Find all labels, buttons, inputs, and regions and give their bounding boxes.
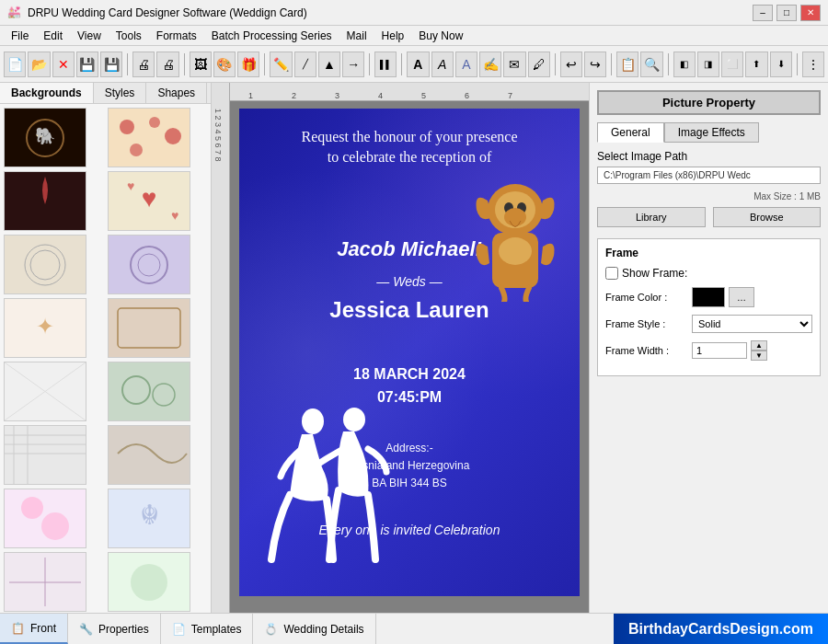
redo-button[interactable]: ↪: [584, 52, 606, 77]
menu-help[interactable]: Help: [374, 28, 412, 44]
thumbnail-grid: 🐘 ♥♥♥: [4, 108, 207, 612]
shape-button[interactable]: ▲: [318, 52, 340, 77]
copy-button[interactable]: 📋: [616, 52, 638, 77]
align-c[interactable]: ⬜: [721, 52, 743, 77]
ruler-vertical: 1 2 3 4 5 6 7 8: [212, 83, 230, 613]
menu-tools[interactable]: Tools: [109, 28, 149, 44]
save-button[interactable]: 💾: [76, 52, 98, 77]
open-button[interactable]: 📂: [28, 52, 50, 77]
align-l[interactable]: ◧: [673, 52, 696, 77]
menu-formats[interactable]: Formats: [149, 28, 204, 44]
menu-bar: File Edit View Tools Formats Batch Proce…: [0, 26, 828, 46]
tab-image-effects[interactable]: Image Effects: [664, 122, 759, 143]
list-item[interactable]: [4, 362, 86, 421]
status-front[interactable]: 📋 Front: [0, 614, 68, 644]
undo-button[interactable]: ↩: [560, 52, 582, 77]
tab-shapes[interactable]: Shapes: [146, 83, 207, 103]
more-button[interactable]: ⋮: [802, 52, 824, 77]
tab-general[interactable]: General: [597, 122, 664, 143]
frame-width-down[interactable]: ▼: [751, 351, 767, 361]
frame-color-swatch[interactable]: [692, 287, 725, 307]
tab-styles[interactable]: Styles: [94, 83, 147, 103]
arrow-button[interactable]: →: [342, 52, 364, 77]
image-path-input[interactable]: [597, 167, 821, 184]
list-item[interactable]: [4, 489, 86, 548]
list-item[interactable]: [4, 552, 86, 612]
align-r[interactable]: ◨: [697, 52, 719, 77]
list-item[interactable]: 🐘: [4, 108, 86, 167]
svg-rect-16: [109, 236, 190, 293]
svg-point-37: [21, 497, 43, 519]
signature-button[interactable]: ✍: [479, 52, 501, 77]
list-item[interactable]: ☬: [108, 489, 190, 548]
list-item[interactable]: ✦: [4, 298, 86, 358]
pen-button[interactable]: 🖊: [528, 52, 550, 77]
text-button[interactable]: A: [407, 52, 429, 77]
list-item[interactable]: [108, 108, 190, 167]
svg-point-52: [499, 237, 532, 265]
list-item[interactable]: [108, 362, 190, 421]
frame-width-input[interactable]: [692, 342, 747, 359]
toolbar-sep-1: [127, 53, 128, 75]
zoom-button[interactable]: 🔍: [640, 52, 662, 77]
line-button[interactable]: ╱: [294, 52, 316, 77]
list-item[interactable]: [4, 235, 86, 294]
gift-button[interactable]: 🎁: [237, 52, 259, 77]
email-button[interactable]: ✉: [503, 52, 525, 77]
text2-button[interactable]: A: [431, 52, 454, 77]
status-wedding-details[interactable]: 💍 Wedding Details: [253, 614, 375, 644]
image-path-row: [597, 167, 821, 184]
toolbar: 📄 📂 ✕ 💾 💾 🖨 🖨 🖼 🎨 🎁 ✏️ ╱ ▲ → ▌▌ A A A ✍ …: [0, 46, 828, 83]
browse-button[interactable]: Browse: [713, 207, 822, 227]
toolbar-sep-9: [797, 53, 798, 75]
svg-point-6: [165, 128, 181, 144]
save-as-button[interactable]: 💾: [100, 52, 122, 77]
align-b[interactable]: ⬇: [770, 52, 792, 77]
print2-button[interactable]: 🖨: [156, 52, 178, 77]
frame-width-up[interactable]: ▲: [751, 340, 767, 351]
status-templates[interactable]: 📄 Templates: [161, 614, 254, 644]
menu-mail[interactable]: Mail: [339, 28, 374, 44]
align-t[interactable]: ⬆: [745, 52, 767, 77]
list-item[interactable]: [108, 298, 190, 358]
list-item[interactable]: [108, 235, 190, 294]
menu-buynow[interactable]: Buy Now: [411, 28, 470, 44]
list-item[interactable]: [108, 425, 190, 485]
menu-view[interactable]: View: [70, 28, 109, 44]
menu-edit[interactable]: Edit: [36, 28, 70, 44]
list-item[interactable]: [4, 425, 86, 485]
svg-text:♥: ♥: [171, 208, 178, 223]
library-button[interactable]: Library: [597, 207, 706, 227]
frame-width-spinner: ▲ ▼: [751, 340, 767, 361]
list-item[interactable]: [108, 552, 190, 612]
close-button[interactable]: ✕: [800, 5, 821, 21]
svg-rect-29: [5, 426, 86, 484]
clipart-button[interactable]: 🎨: [213, 52, 236, 77]
frame-style-label: Frame Style :: [605, 318, 688, 329]
image-button[interactable]: 🖼: [190, 52, 212, 77]
pencil-button[interactable]: ✏️: [270, 52, 292, 77]
main-layout: Backgrounds Styles Shapes 🐘 ♥♥♥: [0, 83, 828, 613]
barcode-button[interactable]: ▌▌: [374, 52, 397, 77]
tab-backgrounds[interactable]: Backgrounds: [0, 83, 94, 103]
property-title: Picture Property: [597, 90, 821, 115]
list-item[interactable]: ♥♥♥: [108, 171, 190, 231]
minimize-button[interactable]: –: [753, 5, 773, 21]
list-item[interactable]: [4, 171, 86, 231]
menu-batch[interactable]: Batch Processing Series: [204, 28, 339, 44]
branding: BirthdayCardsDesign.com: [614, 614, 828, 644]
card-canvas[interactable]: Request the honour of your presence to c…: [239, 109, 580, 596]
max-size-label: Max Size : 1 MB: [597, 191, 821, 201]
wordart-button[interactable]: A: [455, 52, 477, 77]
card-date: 18 MARCH 2024: [239, 366, 580, 383]
status-properties[interactable]: 🔧 Properties: [68, 614, 161, 644]
maximize-button[interactable]: □: [776, 5, 797, 21]
frame-style-select[interactable]: Solid Dashed Dotted Double: [692, 315, 812, 333]
close-file-button[interactable]: ✕: [52, 52, 75, 77]
new-button[interactable]: 📄: [4, 52, 26, 77]
menu-file[interactable]: File: [4, 28, 36, 44]
show-frame-checkbox[interactable]: [605, 267, 618, 280]
print-button[interactable]: 🖨: [132, 52, 155, 77]
card-header-text: Request the honour of your presence to c…: [239, 127, 580, 168]
frame-color-picker-button[interactable]: …: [729, 287, 754, 307]
